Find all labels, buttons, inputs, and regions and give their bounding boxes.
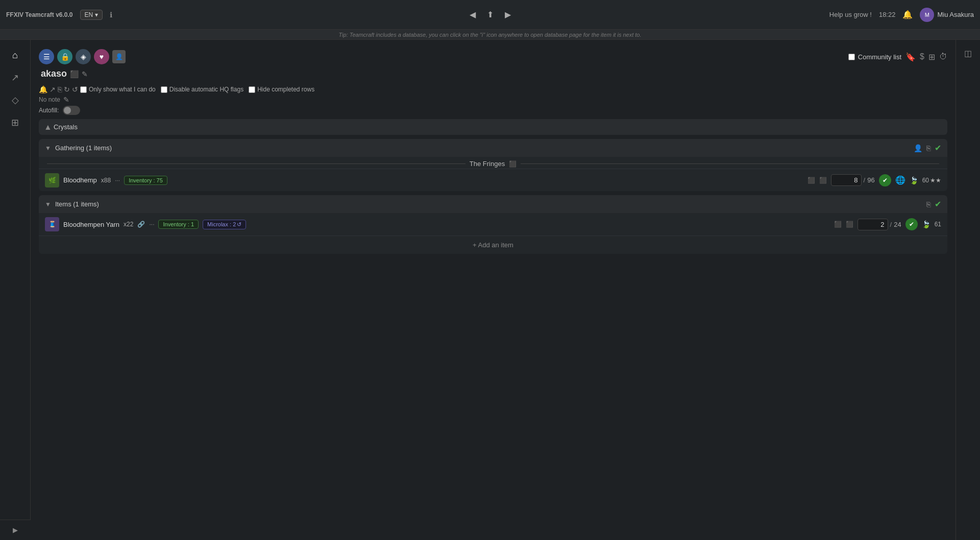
topbar: FFXIV Teamcraft v6.0.0 EN ▾ ℹ ◀ ⬆ ▶ Help… (0, 0, 980, 30)
qty-input-group-bloodhemp: / 96 (831, 174, 875, 186)
filter-hide-completed[interactable]: Hide completed rows (249, 86, 314, 93)
header-icon-dollar[interactable]: $ (920, 52, 924, 61)
list-btn-1[interactable]: ☰ (39, 49, 54, 64)
alarm-icon[interactable]: 🔔 (39, 85, 47, 93)
gathering-user-icon[interactable]: 👤 (914, 144, 922, 152)
location-line-right (521, 163, 939, 164)
stars-bloodhemp: ★★ (930, 177, 941, 184)
share-filter-icon[interactable]: ↗ (50, 85, 56, 93)
share-button[interactable]: ⬆ (484, 8, 497, 21)
leaf-icon-bloodhemp: 🍃 (910, 176, 918, 184)
info-icon[interactable]: ℹ (110, 11, 112, 19)
section-items-header[interactable]: ▼ Items (1 items) ⎘ ✔ (39, 195, 947, 213)
autofill-toggle[interactable] (63, 106, 80, 115)
item-hq-icon-yarn[interactable]: ⬛ (834, 221, 842, 228)
leaf-icon-yarn: 🍃 (922, 220, 930, 228)
list-btn-3[interactable]: ◈ (76, 49, 91, 64)
item-more-bloodhemp[interactable]: ··· (115, 177, 120, 184)
filter-disable-hq-checkbox[interactable] (161, 86, 167, 93)
sidebar-expand-icon: ▶ (13, 526, 18, 534)
item-name-yarn: Bloodhempen Yarn (63, 221, 119, 228)
refresh2-icon[interactable]: ↺ (72, 85, 78, 93)
table-row: 🧵 Bloodhempen Yarn x22 🔗 ··· Inventory :… (39, 213, 947, 236)
gathering-chevron: ▼ (45, 145, 51, 152)
header-icon-history[interactable]: ⏱ (939, 52, 947, 61)
item-link-icon-yarn[interactable]: 🔗 (137, 221, 145, 228)
filter-hide-completed-label: Hide completed rows (257, 86, 314, 93)
help-link[interactable]: Help us grow ! (829, 11, 872, 18)
notification-icon[interactable]: 🔔 (902, 10, 913, 19)
filter-show-only[interactable]: Only show what I can do (80, 86, 156, 93)
topbar-center: ◀ ⬆ ▶ (467, 8, 514, 21)
list-btn-2[interactable]: 🔒 (57, 49, 72, 64)
lang-chevron: ▾ (95, 11, 98, 18)
item-hq2-icon-yarn[interactable]: ⬛ (846, 221, 853, 228)
autofill-row: Autofill: (39, 105, 947, 119)
list-name-row: akaso ⬛ ✎ (39, 66, 947, 83)
microlax-refresh-icon[interactable]: ↺ (237, 221, 241, 228)
done-btn-yarn[interactable]: ✔ (905, 218, 918, 230)
user-area[interactable]: M Miu Asakura (920, 8, 974, 22)
lang-selector[interactable]: EN ▾ (80, 10, 103, 20)
item-right-bloodhemp: ⬛ ⬛ / 96 ✔ 🌐 🍃 60★★ (807, 174, 941, 186)
sidebar-item-grid[interactable]: ⊞ (5, 112, 26, 133)
gathering-check-icon[interactable]: ✔ (935, 143, 941, 153)
list-name: akaso (41, 68, 67, 79)
copy-icon[interactable]: ⎘ (58, 85, 62, 93)
refresh-icon[interactable]: ↻ (64, 85, 70, 93)
items-chevron: ▼ (45, 201, 51, 208)
item-more-yarn[interactable]: ··· (149, 221, 154, 228)
add-item-row[interactable]: + Add an item (39, 236, 947, 254)
item-icon-yarn: 🧵 (45, 217, 59, 231)
list-external-icon[interactable]: ⬛ (70, 70, 79, 78)
note-text: No note (39, 96, 60, 103)
section-crystals: ▶ Crystals (39, 119, 947, 135)
qty-max-bloodhemp: 96 (867, 176, 874, 184)
qty-input-group-yarn: / 24 (857, 219, 901, 230)
qty-max-yarn: 24 (894, 221, 901, 228)
sidebar-item-home[interactable]: ⌂ (5, 45, 26, 65)
section-gathering-header[interactable]: ▼ Gathering (1 items) 👤 ⎘ ✔ (39, 139, 947, 157)
gathering-actions: 👤 ⎘ ✔ (914, 143, 941, 153)
filter-disable-hq[interactable]: Disable automatic HQ flags (161, 86, 243, 93)
items-copy-icon[interactable]: ⎘ (926, 200, 930, 208)
app-title: FFXIV Teamcraft v6.0.0 (6, 11, 73, 18)
section-items: ▼ Items (1 items) ⎘ ✔ 🧵 Bloodhempen Yarn… (39, 195, 947, 254)
rank-yarn: 61 (935, 221, 941, 228)
sidebar-expand-button[interactable]: ▶ (0, 520, 31, 540)
note-edit-icon[interactable]: ✎ (63, 96, 69, 104)
microlax-badge-yarn: Microlax : 2 ↺ (203, 220, 246, 229)
right-panel-icon[interactable]: ◫ (959, 44, 977, 62)
sidebar-item-tools[interactable]: ◇ (5, 90, 26, 110)
filter-hide-completed-checkbox[interactable] (249, 86, 255, 93)
filter-row: 🔔 ↗ ⎘ ↻ ↺ Only show what I can do Disabl… (39, 83, 947, 95)
list-btn-user[interactable]: 👤 (112, 50, 126, 63)
item-icon-bloodhemp: 🌿 (45, 173, 59, 187)
filter-show-only-checkbox[interactable] (80, 86, 87, 93)
crystals-chevron: ▶ (44, 125, 51, 129)
avatar: M (920, 8, 934, 22)
sidebar-item-share[interactable]: ↗ (5, 67, 26, 88)
gathering-body: The Fringes ⬛ 🌿 Bloodhemp x88 ··· Invent… (39, 157, 947, 191)
item-hq-icon[interactable]: ⬛ (807, 177, 815, 184)
section-crystals-header[interactable]: ▶ Crystals (39, 119, 947, 135)
gathering-copy-icon[interactable]: ⎘ (926, 144, 930, 152)
header-icon-bookmark[interactable]: 🔖 (905, 52, 916, 62)
main-content: ☰ 🔒 ◈ ♥ 👤 Community list 🔖 $ ⊞ ⏱ akaso ⬛… (31, 40, 955, 540)
list-edit-icon[interactable]: ✎ (82, 70, 88, 78)
items-check-icon[interactable]: ✔ (935, 199, 941, 209)
done-btn-bloodhemp[interactable]: ✔ (879, 174, 891, 186)
header-icon-grid[interactable]: ⊞ (928, 52, 935, 62)
location-name-fringes: The Fringes (470, 160, 505, 168)
header-icons-row: ☰ 🔒 ◈ ♥ 👤 Community list 🔖 $ ⊞ ⏱ (39, 45, 947, 66)
qty-input-yarn[interactable] (857, 219, 888, 230)
forward-button[interactable]: ▶ (502, 8, 514, 21)
back-button[interactable]: ◀ (467, 8, 479, 21)
community-list-checkbox[interactable] (848, 54, 855, 60)
globe-icon-bloodhemp[interactable]: 🌐 (895, 175, 905, 185)
item-qty-bloodhemp: x88 (101, 177, 111, 184)
location-copy-icon[interactable]: ⬛ (509, 160, 517, 168)
qty-input-bloodhemp[interactable] (831, 174, 862, 186)
item-hq2-icon[interactable]: ⬛ (819, 177, 827, 184)
list-btn-4[interactable]: ♥ (94, 49, 109, 64)
